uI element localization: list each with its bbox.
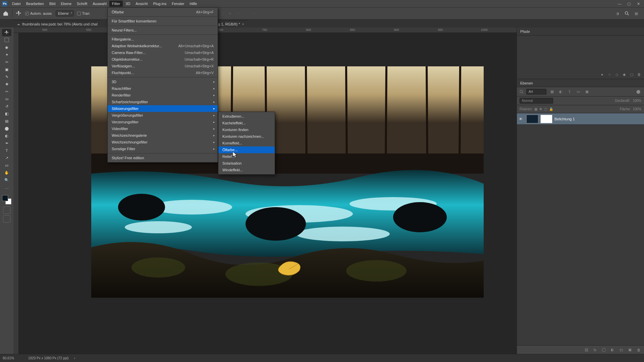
submenu-wind[interactable]: Windeffekt... [218,167,275,173]
lock-all-icon[interactable]: 🔒 [549,107,553,111]
shape-tool[interactable]: ▭ [2,162,11,169]
menu-item-camera-raw[interactable]: Camera Raw-Filter...Umschalt+Strg+A [108,49,218,56]
path-fill-icon[interactable]: ● [600,72,604,77]
doc-info-arrow-icon[interactable]: › [74,356,75,360]
filter-pixel-icon[interactable]: ▦ [549,89,555,95]
submenu-solarize[interactable]: Solarisation [218,160,275,167]
menu-ansicht[interactable]: Ansicht [133,1,150,7]
eyedropper-tool[interactable]: ✎ [2,73,11,80]
menu-item-sharpen[interactable]: Scharfzeichnungsfilter [108,99,218,105]
delete-layer-icon[interactable]: 🗑 [636,347,641,353]
fill-value[interactable]: 100% [633,107,641,111]
workspace-icon[interactable]: ▦ [633,10,639,16]
orbit-icon[interactable]: ◯ [219,10,225,16]
path-new-icon[interactable]: ▢ [629,72,634,77]
dolly-icon[interactable]: ⤢ [235,10,241,16]
zoom-tool[interactable]: 🔍 [2,176,11,184]
layer-group-icon[interactable]: 🗀 [619,347,624,353]
type-tool[interactable]: T [2,147,11,154]
menu-schrift[interactable]: Schrift [74,1,90,7]
filter-adjust-icon[interactable]: ◐ [558,89,564,95]
menu-item-lens[interactable]: Objektivkorrektur...Umschalt+Strg+R [108,56,218,63]
menu-fenster[interactable]: Fenster [169,1,187,7]
tab-close-icon[interactable]: × [242,22,244,26]
layer-visibility-icon[interactable]: 👁 [519,117,524,121]
menu-item-blurgallery[interactable]: Weichzeichnergalerie [108,132,218,139]
submenu-oilpaint[interactable]: Ölfarbe... [218,146,275,153]
ruler-vertical[interactable] [13,33,19,354]
menu-item-liquify[interactable]: Verflüssigen...Umschalt+Strg+X [108,63,218,69]
auto-select-kind[interactable]: Ebene [56,10,74,16]
color-swatches[interactable] [2,195,11,204]
doc-info[interactable]: 1920 Px x 1080 Px (72 ppi) [28,356,69,360]
filter-dropdown[interactable]: Ölfarbe Alt+Strg+F Für Smartfilter konve… [107,7,218,163]
search-icon[interactable] [624,10,630,16]
screenmode-icon[interactable] [3,215,10,223]
filter-toggle-icon[interactable]: ⬤ [635,89,641,95]
stamp-tool[interactable]: ⛀ [2,95,11,103]
panel-tab-pfade[interactable]: Pfade [517,27,644,36]
path-sel-icon[interactable]: ◇ [614,72,619,77]
tab-doc-0[interactable]: ☁ thumbnails new.psdc bei 78% (Alerts un… [13,20,101,27]
lock-pixels-icon[interactable]: ▦ [534,107,537,111]
panel-tab-ebenen[interactable]: Ebenen [517,79,644,87]
edit-toolbar-icon[interactable]: ⋯ [2,185,11,192]
menu-item-other[interactable]: Sonstige Filter [108,145,218,152]
scale3d-icon[interactable]: ⤡ [251,10,257,16]
wand-tool[interactable]: ✦ [2,51,11,58]
menu-bearbeiten[interactable]: Bearbeiten [23,1,47,7]
window-maximize-icon[interactable]: ▢ [625,1,633,6]
hand-tool[interactable]: ✋ [2,169,11,176]
filter-kind-select[interactable]: Art [526,89,546,95]
adjustment-layer-icon[interactable]: ◐ [610,347,615,353]
window-minimize-icon[interactable]: — [616,1,623,6]
eraser-tool[interactable]: ◧ [2,110,11,117]
menu-item-recent-filter[interactable]: Ölfarbe Alt+Strg+F [108,9,218,15]
menu-3d[interactable]: 3D [123,1,133,7]
menu-filter[interactable]: Filter [109,1,123,7]
layer-fx-icon[interactable]: fx [592,347,598,353]
menu-auswahl[interactable]: Auswahl [90,1,109,7]
move-tool[interactable] [2,29,11,36]
cloud-doc-icon[interactable]: ◑ [614,10,621,16]
path-tool[interactable]: ↗ [2,154,11,162]
path-delete-icon[interactable]: 🗑 [637,72,641,77]
heal-tool[interactable]: ✚ [2,80,11,88]
tab-doc-1[interactable]: g 1, RGB/8) * × [215,20,248,27]
auto-select-checkbox[interactable]: ✓Autom. ausw. [25,11,52,15]
submenu-findedges[interactable]: Konturen finden [218,126,275,133]
submenu-tiles[interactable]: Kacheleffekt... [218,120,275,126]
window-close-icon[interactable]: ✕ [635,1,642,6]
history-brush-tool[interactable]: ↺ [2,103,11,110]
zoom-field[interactable]: 60,61% [3,356,23,360]
lock-position-icon[interactable]: ✥ [539,107,542,111]
layer-mask-thumb[interactable] [540,115,552,123]
menu-item-noise[interactable]: Rauschfilter [108,85,218,92]
menu-item-adaptive[interactable]: Adaptive Weitwinkelkorrektur...Alt+Umsch… [108,43,218,49]
pan3d-icon[interactable]: ✥ [227,10,233,16]
menu-item-distort[interactable]: Verzerrungsfilter [108,119,218,125]
frame-tool[interactable]: ▣ [2,66,11,73]
menu-item-3d[interactable]: 3D [108,78,218,85]
quickmask-icon[interactable] [3,206,10,214]
marquee-tool[interactable] [2,36,11,44]
submenu-extrude[interactable]: Extrudieren... [218,113,275,120]
layer-thumb[interactable] [526,115,538,123]
filter-smart-icon[interactable]: ▣ [584,89,590,95]
stylize-submenu[interactable]: Extrudieren... Kacheleffekt... Konturen … [218,112,275,175]
foreground-swatch[interactable] [2,195,8,201]
menu-item-stylize-plugin[interactable]: Stylize! Free edition [108,155,218,161]
submenu-traceedges[interactable]: Konturen nachzeichnen... [218,133,275,140]
brush-tool[interactable]: ✏ [2,88,11,95]
menu-item-gallery[interactable]: Filtergalerie... [108,36,218,43]
menu-item-video[interactable]: Videofilter [108,125,218,132]
filter-search-icon[interactable] [520,90,524,94]
path-stroke-icon[interactable]: ○ [607,72,612,77]
layer-name[interactable]: Belichtung 1 [554,117,575,121]
gradient-tool[interactable]: ▤ [2,117,11,125]
menu-item-render[interactable]: Renderfilter [108,92,218,99]
lock-artboard-icon[interactable]: ▢ [544,107,547,111]
menu-bild[interactable]: Bild [47,1,58,7]
menu-hilfe[interactable]: Hilfe [187,1,200,7]
menu-item-blur[interactable]: Weichzeichnungsfilter [108,139,218,145]
